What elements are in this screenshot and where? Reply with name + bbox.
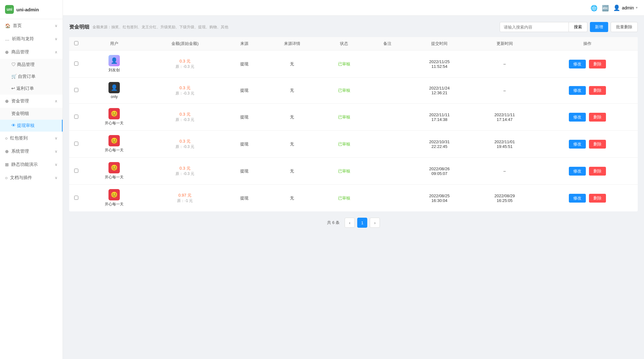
row-checkbox-1[interactable] — [74, 88, 78, 92]
user-cell: 👤 刘友创 — [88, 55, 140, 73]
edit-button-1[interactable]: 修改 — [569, 86, 586, 95]
edit-button-3[interactable]: 修改 — [569, 140, 586, 149]
search-box: 搜索 — [500, 22, 587, 32]
sidebar-item-self-order[interactable]: 🛒 自营订单 — [0, 71, 63, 83]
add-button[interactable]: 新增 — [590, 22, 608, 32]
remark — [368, 78, 407, 104]
avatar: 😊 — [108, 108, 120, 119]
batch-delete-button[interactable]: 批量删除 — [611, 22, 638, 32]
sidebar-item-label: 商品管理 — [17, 62, 35, 67]
col-source: 来源 — [225, 37, 264, 51]
sidebar-item-doc-plugin[interactable]: ○ 文档与插件 ∨ — [0, 171, 63, 184]
sidebar-item-fund-detail[interactable]: 资金明细 — [0, 108, 63, 120]
amount-cell: 0.97 元 原：-1 元 — [150, 193, 219, 204]
amount-main: 0.3 元 — [180, 166, 191, 171]
avatar: 😊 — [108, 162, 120, 173]
source: 提现 — [225, 131, 264, 158]
col-user: 用户 — [83, 37, 145, 51]
sidebar-item-goods[interactable]: ♡ 商品管理 — [0, 59, 63, 71]
delete-button-4[interactable]: 删除 — [589, 167, 606, 176]
table-row: 😊 开心每一天 0.3 元 原：-0.3 元 提现 无 已审核 2022/11/… — [69, 104, 638, 131]
row-checkbox-3[interactable] — [74, 142, 78, 146]
topbar-user[interactable]: 👤 admin ▾ — [613, 4, 638, 11]
col-status: 状态 — [320, 37, 368, 51]
sidebar-item-fund-mgmt[interactable]: ⊕ 资金管理 ∧ — [0, 95, 63, 108]
globe-icon[interactable]: 🌐 — [591, 5, 597, 11]
chevron-down-icon: ∨ — [55, 149, 58, 154]
source: 提现 — [225, 158, 264, 185]
table-row: 😊 开心每一天 0.3 元 原：-0.3 元 提现 无 已审核 2022/08/… — [69, 158, 638, 185]
amount-main: 0.3 元 — [180, 139, 191, 144]
sidebar-item-static-demo[interactable]: ⊞ 静态功能演示 ∨ — [0, 158, 63, 171]
sidebar-item-prayer[interactable]: … 祈雨与龙符 ∨ — [0, 32, 63, 46]
user-name: 开心每一天 — [105, 202, 124, 207]
status-badge: 已审核 — [338, 62, 350, 66]
row-checkbox-2[interactable] — [74, 115, 78, 119]
source: 提现 — [225, 78, 264, 104]
sidebar-item-label: 提现审核 — [17, 123, 35, 128]
remark — [368, 104, 407, 131]
col-remark: 备注 — [368, 37, 407, 51]
sidebar-item-rebate-order[interactable]: ↩ 返利订单 — [0, 83, 63, 95]
main-content: 资金明细 金额来源：抽奖、红包签到、龙王分红、升级奖励、下级升级、提现、购物、其… — [63, 16, 644, 359]
select-all-checkbox[interactable] — [74, 41, 78, 45]
home-icon: 🏠 — [5, 23, 10, 28]
next-page-button[interactable]: › — [370, 218, 380, 228]
demo-icon: ⊞ — [5, 162, 9, 167]
amount-orig: 原：-0.3 元 — [175, 64, 194, 69]
user-cell: 😊 开心每一天 — [88, 108, 140, 126]
rebate-icon: ↩ — [11, 86, 16, 91]
row-checkbox-4[interactable] — [74, 169, 78, 173]
sidebar-item-red-packet[interactable]: ○ 红包签到 ∨ — [0, 132, 63, 145]
page-header: 资金明细 金额来源：抽奖、红包签到、龙王分红、升级奖励、下级升级、提现、购物、其… — [69, 22, 638, 32]
pagination: 共 6 条 ‹ 1 › — [69, 211, 638, 234]
sidebar-sub-goods: ♡ 商品管理 🛒 自营订单 ↩ 返利订单 — [0, 59, 63, 95]
amount-cell: 0.3 元 原：-0.3 元 — [150, 139, 219, 150]
page-subtitle: 金额来源：抽奖、红包签到、龙王分红、升级奖励、下级升级、提现、购物、其他 — [92, 24, 228, 30]
table-row: 😊 开心每一天 0.97 元 原：-1 元 提现 无 已审核 2022/08/2… — [69, 185, 638, 212]
sidebar-item-goods-mgmt[interactable]: ⊕ 商品管理 ∧ — [0, 46, 63, 59]
topbar: 🌐 🔤 👤 admin ▾ — [63, 0, 644, 16]
user-name: 开心每一天 — [105, 148, 124, 153]
edit-button-4[interactable]: 修改 — [569, 167, 586, 176]
amount-orig: 原：-1 元 — [177, 198, 193, 204]
edit-button-2[interactable]: 修改 — [569, 113, 586, 122]
sidebar-item-label: 返利订单 — [16, 86, 34, 91]
source-detail: 无 — [264, 158, 320, 185]
update-time: 2022/11/0119:45:51 — [472, 131, 537, 158]
status-badge: 已审核 — [338, 115, 350, 119]
submit-time: 2022/08/2609:05:07 — [407, 158, 472, 185]
sidebar-item-label: 资金管理 — [11, 98, 29, 104]
delete-button-3[interactable]: 删除 — [589, 140, 606, 149]
translate-icon[interactable]: 🔤 — [602, 5, 608, 11]
user-cell: 👤 only — [88, 82, 140, 99]
sidebar-item-label: 首页 — [13, 23, 22, 29]
delete-button-5[interactable]: 删除 — [589, 194, 606, 203]
page-1-button[interactable]: 1 — [357, 218, 367, 228]
update-time: – — [472, 158, 537, 185]
col-update-time: 更新时间 — [472, 37, 537, 51]
source-detail: 无 — [264, 131, 320, 158]
sidebar-item-label: 红包签到 — [10, 135, 28, 141]
edit-button-5[interactable]: 修改 — [569, 194, 586, 203]
user-name: 刘友创 — [108, 68, 120, 73]
source-detail: 无 — [264, 104, 320, 131]
delete-button-2[interactable]: 删除 — [589, 113, 606, 122]
sidebar-item-label: 祈雨与龙符 — [12, 36, 34, 42]
row-checkbox-5[interactable] — [74, 196, 78, 200]
col-actions: 操作 — [537, 37, 638, 51]
delete-button-0[interactable]: 删除 — [589, 60, 606, 68]
page-title: 资金明细 — [69, 24, 89, 30]
sidebar-item-label: 文档与插件 — [10, 175, 32, 181]
edit-button-0[interactable]: 修改 — [569, 60, 586, 68]
sidebar-item-withdraw-review[interactable]: 👁 提现审核 — [0, 120, 63, 132]
chevron-down-icon: ∨ — [55, 162, 58, 167]
search-input[interactable] — [500, 22, 569, 32]
prayer-icon: … — [5, 36, 9, 41]
row-checkbox-0[interactable] — [74, 62, 78, 66]
sidebar-item-sys-mgmt[interactable]: ⊕ 系统管理 ∨ — [0, 145, 63, 158]
search-button[interactable]: 搜索 — [569, 22, 587, 32]
delete-button-1[interactable]: 删除 — [589, 86, 606, 95]
prev-page-button[interactable]: ‹ — [345, 218, 355, 228]
sidebar-item-home[interactable]: 🏠 首页 ∨ — [0, 19, 63, 32]
